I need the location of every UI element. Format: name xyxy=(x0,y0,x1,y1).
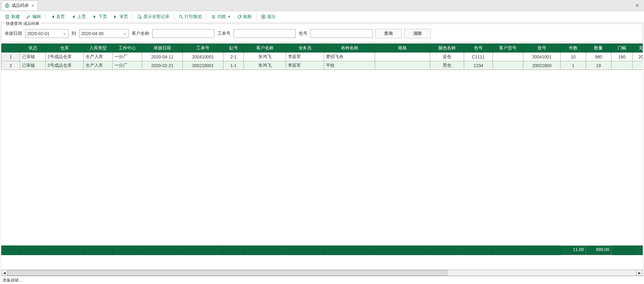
svg-rect-5 xyxy=(138,15,141,18)
column-header[interactable]: 件数 xyxy=(561,44,586,53)
date-from-select[interactable]: 2020-02-01 xyxy=(25,29,69,38)
cell-gram: 20 xyxy=(633,53,643,61)
cell-vat: 2-1 xyxy=(223,53,244,61)
summary-qty: 999.00 xyxy=(586,246,611,255)
last-page-button[interactable]: 末页 xyxy=(111,13,131,21)
column-header[interactable]: 业务员 xyxy=(286,44,324,53)
cell-workCenter: 一分厂 xyxy=(112,61,142,70)
toolbar-separator xyxy=(206,13,207,20)
tab-close-icon[interactable]: × xyxy=(31,3,34,8)
column-header[interactable]: 工作中心 xyxy=(112,44,142,53)
column-header[interactable] xyxy=(2,44,20,53)
cell-colorName: 蓝色 xyxy=(430,53,464,61)
workorder-input[interactable] xyxy=(234,29,296,38)
column-header[interactable]: 单据日期 xyxy=(142,44,183,53)
next-page-button[interactable]: 下页 xyxy=(90,13,110,21)
search-button[interactable]: 查询 xyxy=(375,29,402,38)
first-icon xyxy=(50,14,55,19)
window-close-icon[interactable]: × xyxy=(633,1,642,10)
column-header[interactable]: 缸号 xyxy=(223,44,244,53)
summary-row: 11.00999.00 xyxy=(2,246,643,255)
exit-button[interactable]: 退出 xyxy=(258,13,278,21)
scroll-right-icon[interactable]: ► xyxy=(636,270,642,276)
date-to-select[interactable]: 2020-04-30 xyxy=(79,29,129,38)
globe-icon xyxy=(5,3,10,8)
list-icon xyxy=(211,14,216,19)
column-header[interactable]: 色号 xyxy=(464,44,493,53)
summary-pcs: 11.00 xyxy=(561,246,586,255)
column-header[interactable]: 颜色名称 xyxy=(430,44,464,53)
refresh-button[interactable]: 刷新 xyxy=(235,13,254,21)
table-row[interactable]: 1已审核2号成品仓库生产入库一分厂2020-04-112004100012-1朱… xyxy=(2,53,643,61)
to-label: 到 xyxy=(71,31,77,36)
column-header[interactable]: 状态 xyxy=(20,44,46,53)
cell-customer: 朱鸿飞 xyxy=(244,61,286,70)
customer-label: 客户名称 xyxy=(131,31,150,36)
cell-workCenter: 一分厂 xyxy=(112,53,142,61)
cell-pcs: 10 xyxy=(561,53,586,61)
table-row[interactable]: 2已审核2号成品仓库生产入库一分厂2020-02-212002180011-1朱… xyxy=(2,61,643,70)
colorno-input[interactable] xyxy=(311,29,373,38)
scroll-track[interactable] xyxy=(8,270,636,276)
column-header[interactable]: 规格 xyxy=(375,44,430,53)
tab-title: 成品码单 xyxy=(11,3,29,8)
cell-num: 1 xyxy=(2,53,20,61)
cell-sales: 李延军 xyxy=(286,53,324,61)
svg-line-8 xyxy=(181,17,183,19)
refresh-icon xyxy=(237,14,242,19)
cell-num: 2 xyxy=(2,61,20,70)
cell-spec xyxy=(375,61,430,70)
column-header[interactable]: 仓库 xyxy=(45,44,83,53)
date-label: 单据日期 xyxy=(4,31,23,36)
exit-icon xyxy=(261,14,266,19)
cell-batch: 20021800 xyxy=(523,61,560,70)
new-icon xyxy=(5,14,10,19)
column-header[interactable]: 工单号 xyxy=(183,44,223,53)
cell-spec xyxy=(375,53,430,61)
query-legend: 快捷查询:成品码单 xyxy=(5,21,41,26)
search-doc-icon xyxy=(137,14,142,19)
cell-colorNo: C1111 xyxy=(464,53,493,61)
print-icon xyxy=(178,14,183,19)
cell-date: 2020-04-11 xyxy=(142,53,183,61)
app-window: 成品码单 × × 新建 编辑 首页 上页 下页 末页 xyxy=(0,0,644,284)
column-header[interactable]: 客户名称 xyxy=(244,44,286,53)
show-all-button[interactable]: 显示全部记录 xyxy=(135,13,172,21)
last-icon xyxy=(113,14,118,19)
tab-finished-goods[interactable]: 成品码单 × xyxy=(1,1,38,10)
prev-page-button[interactable]: 上页 xyxy=(69,13,88,21)
column-header[interactable]: 入库类型 xyxy=(83,44,112,53)
cell-workOrder: 200410001 xyxy=(183,53,223,61)
column-header[interactable]: 数量 xyxy=(586,44,611,53)
cell-colorNo: 1234 xyxy=(464,61,493,70)
cell-status: 已审核 xyxy=(20,53,46,61)
cell-colorName: 黑色 xyxy=(430,61,464,70)
workorder-label: 工单号 xyxy=(217,31,231,36)
scroll-left-icon[interactable]: ◄ xyxy=(2,270,8,276)
column-header[interactable]: 门幅 xyxy=(611,44,632,53)
first-page-button[interactable]: 首页 xyxy=(47,13,67,21)
scroll-thumb[interactable] xyxy=(8,270,448,276)
data-grid: 状态仓库入库类型工作中心单据日期工单号缸号客户名称业务员布种名称规格颜色名称色号… xyxy=(1,44,643,270)
new-button[interactable]: 新建 xyxy=(2,13,22,21)
column-header[interactable]: 克 xyxy=(633,44,643,53)
cell-custCode xyxy=(493,61,523,70)
column-header[interactable]: 客户货号 xyxy=(493,44,523,53)
column-header[interactable]: 批号 xyxy=(523,44,560,53)
functions-button[interactable]: 功能 ▼ xyxy=(208,13,233,21)
svg-point-7 xyxy=(179,15,182,18)
next-icon xyxy=(92,14,97,19)
edit-button[interactable]: 编辑 xyxy=(24,13,43,21)
cell-qty: 980 xyxy=(586,53,611,61)
horizontal-scrollbar[interactable]: ◄ ► xyxy=(1,270,643,276)
cell-width: 160 xyxy=(611,53,632,61)
clear-button[interactable]: 清除 xyxy=(404,29,431,38)
cell-vat: 1-1 xyxy=(223,61,244,70)
cell-inType: 生产入库 xyxy=(83,53,112,61)
toolbar: 新建 编辑 首页 上页 下页 末页 显示全部记录 xyxy=(0,11,644,22)
cell-batch: 20041001 xyxy=(523,53,560,61)
customer-input[interactable] xyxy=(152,29,214,38)
column-header[interactable]: 布种名称 xyxy=(324,44,375,53)
print-preview-button[interactable]: 打印预览 xyxy=(176,13,204,21)
cell-warehouse: 2号成品仓库 xyxy=(45,53,83,61)
